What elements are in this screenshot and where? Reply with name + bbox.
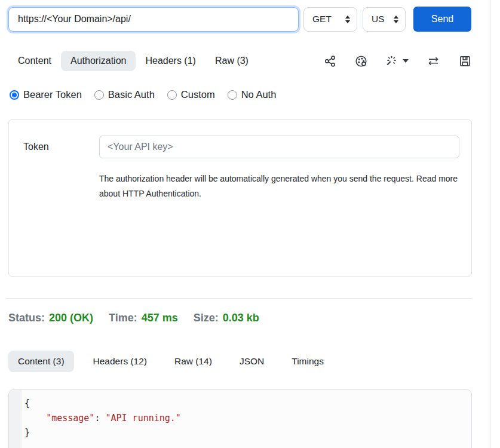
locale-select-value: US: [372, 14, 385, 24]
auth-option-label: Custom: [181, 89, 215, 100]
updown-arrows-icon: [394, 16, 398, 23]
magic-wand-dropdown[interactable]: [385, 54, 409, 68]
updown-arrows-icon: [345, 16, 350, 23]
api-client-app: GET US Send Content Authorization Header…: [0, 0, 500, 448]
time-label: Time:: [109, 312, 137, 324]
swap-arrows-icon[interactable]: [426, 54, 441, 68]
code-gutter: [9, 390, 22, 448]
status-value: 200 (OK): [49, 312, 93, 324]
locale-select[interactable]: US: [363, 7, 406, 32]
scroll-edge-line: [490, 0, 490, 448]
response-tab-row: Content (3) Headers (12) Raw (14) JSON T…: [8, 349, 472, 373]
auth-option-label: Bearer Token: [23, 89, 82, 100]
resp-tab-content[interactable]: Content (3): [8, 351, 74, 372]
radio-selected-icon[interactable]: [10, 90, 19, 100]
radio-icon[interactable]: [94, 90, 104, 100]
auth-option-noauth[interactable]: No Auth: [228, 89, 277, 100]
radio-icon[interactable]: [167, 90, 177, 100]
response-json: { "message": "API running." }: [24, 396, 181, 440]
size-value: 0.03 kb: [223, 312, 259, 324]
token-panel: Token The authorization header will be a…: [8, 119, 472, 277]
token-label: Token: [23, 142, 99, 152]
tab-authorization[interactable]: Authorization: [61, 51, 136, 71]
tab-headers[interactable]: Headers (1): [136, 51, 205, 71]
auth-option-custom[interactable]: Custom: [167, 89, 215, 100]
resp-tab-timings[interactable]: Timings: [282, 351, 333, 372]
radio-icon[interactable]: [228, 90, 237, 100]
method-select[interactable]: GET: [303, 7, 357, 32]
section-divider: [6, 298, 472, 299]
send-button[interactable]: Send: [413, 7, 471, 32]
response-status-row: Status: 200 (OK) Time: 457 ms Size: 0.03…: [8, 312, 259, 324]
method-select-value: GET: [312, 14, 332, 24]
resp-tab-json[interactable]: JSON: [230, 351, 274, 372]
token-input[interactable]: [99, 136, 459, 158]
resp-tab-headers[interactable]: Headers (12): [84, 351, 157, 372]
request-bar: GET US Send: [8, 6, 472, 32]
share-icon[interactable]: [323, 54, 337, 68]
auth-option-bearer[interactable]: Bearer Token: [10, 89, 82, 100]
auth-option-label: No Auth: [241, 89, 277, 100]
size-label: Size:: [194, 312, 219, 324]
time-value: 457 ms: [142, 312, 178, 324]
json-value: "API running.": [105, 413, 180, 424]
status-label: Status:: [8, 312, 45, 324]
save-icon[interactable]: [458, 54, 472, 68]
auth-option-basic[interactable]: Basic Auth: [94, 89, 155, 100]
response-body: { "message": "API running." }: [8, 389, 472, 448]
request-toolbar: [323, 54, 472, 68]
tab-raw[interactable]: Raw (3): [205, 51, 258, 71]
json-key: "message": [46, 413, 94, 424]
token-help-text: The authorization header will be automat…: [99, 171, 464, 201]
chevron-down-icon: [403, 59, 409, 63]
request-tab-row: Content Authorization Headers (1) Raw (3…: [8, 50, 472, 72]
auth-option-label: Basic Auth: [108, 89, 155, 100]
tab-content[interactable]: Content: [8, 51, 61, 71]
palette-icon[interactable]: [354, 54, 368, 68]
resp-tab-raw[interactable]: Raw (14): [165, 351, 222, 372]
auth-type-row: Bearer Token Basic Auth Custom No Auth: [10, 89, 276, 100]
url-input[interactable]: [8, 7, 299, 32]
